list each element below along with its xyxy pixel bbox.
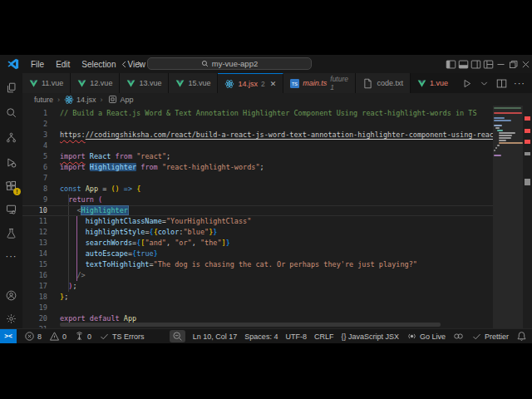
activity-extensions[interactable]: ! bbox=[0, 175, 22, 196]
tab-12-vue[interactable]: 12.vue bbox=[71, 73, 120, 93]
line-number: 15 bbox=[22, 259, 47, 270]
horizontal-scrollbar[interactable] bbox=[60, 323, 441, 327]
breadcrumb[interactable]: future›14.jsx›App bbox=[22, 93, 532, 106]
line-number: 5 bbox=[22, 151, 47, 162]
search-text: my-vue-app2 bbox=[212, 59, 258, 68]
tab-label: 13.vue bbox=[139, 79, 161, 87]
bell-icon bbox=[516, 331, 527, 342]
cursor-position[interactable]: Ln 10, Col 17 bbox=[193, 332, 238, 341]
tab-close-button[interactable]: ✕ bbox=[270, 80, 277, 88]
zoomout-icon bbox=[172, 331, 183, 342]
code-line-19[interactable]: 19 bbox=[22, 303, 532, 313]
toggle-secondary-sidebar-button[interactable] bbox=[470, 55, 482, 73]
line-text: <Highlighter bbox=[60, 205, 129, 216]
code-line-13[interactable]: 13 searchWords={["and", "or", "the"]} bbox=[22, 238, 532, 249]
split-editor-button[interactable] bbox=[496, 78, 507, 89]
tab-11-vue[interactable]: 11.vue bbox=[22, 73, 71, 93]
warning-count[interactable]: 0 bbox=[49, 331, 66, 342]
zoom-indicator[interactable] bbox=[170, 330, 185, 342]
code-line-12[interactable]: 12 highlightStyle={{color:"blue"}} bbox=[22, 227, 532, 238]
breadcrumb-future[interactable]: future bbox=[34, 96, 53, 104]
line-text: return ( bbox=[60, 195, 102, 205]
tower-icon bbox=[74, 331, 85, 342]
breadcrumb-label: future bbox=[34, 96, 53, 104]
run-icon bbox=[461, 78, 472, 89]
code-line-10[interactable]: 10 <Highlighter bbox=[22, 205, 532, 216]
code-line-7[interactable]: 7 bbox=[22, 173, 532, 184]
tab-14-jsx[interactable]: 14.jsx2✕ bbox=[218, 73, 283, 93]
customize-layout-button[interactable] bbox=[482, 55, 495, 73]
code-line-18[interactable]: 18}; bbox=[22, 292, 532, 303]
eol[interactable]: CRLF bbox=[314, 332, 334, 341]
run-dropdown[interactable] bbox=[479, 78, 490, 89]
activity-settings[interactable] bbox=[0, 308, 22, 329]
close-button[interactable] bbox=[520, 55, 532, 73]
tab-main-ts[interactable]: TSmain.tsfuture 1 bbox=[283, 73, 356, 93]
line-text: ); bbox=[60, 281, 77, 292]
command-center-search[interactable]: my-vue-app2 bbox=[147, 57, 312, 70]
tab-15-vue[interactable]: 15.vue bbox=[169, 73, 218, 93]
code-line-17[interactable]: 17 ); bbox=[22, 281, 532, 292]
activity-source-control[interactable] bbox=[0, 126, 22, 148]
code-line-14[interactable]: 14 autoEscape={true} bbox=[22, 249, 532, 259]
ts-errors[interactable]: TS Errors bbox=[99, 331, 145, 342]
code-line-4[interactable]: 4 bbox=[22, 140, 532, 151]
activity-explorer[interactable] bbox=[0, 76, 22, 98]
code-line-16[interactable]: 16 /> bbox=[22, 270, 532, 281]
more-actions-button[interactable]: ··· bbox=[514, 78, 525, 88]
line-text: // Build a React.js Word & Text Annotati… bbox=[60, 108, 477, 119]
activity-more[interactable]: ··· bbox=[0, 245, 22, 267]
code-line-3[interactable]: 3https://codingshiksha.com/react/build-a… bbox=[22, 130, 532, 140]
activity-search[interactable] bbox=[0, 101, 22, 123]
code-line-9[interactable]: 9 return ( bbox=[22, 195, 532, 205]
error-count[interactable]: 8 bbox=[24, 331, 42, 342]
code-line-11[interactable]: 11 highlightClassName="YourHighlightClas… bbox=[22, 216, 532, 227]
breadcrumb-app[interactable]: App bbox=[107, 94, 134, 105]
activity-testing[interactable] bbox=[0, 222, 22, 244]
notifications[interactable] bbox=[516, 331, 527, 342]
activity-account[interactable] bbox=[0, 284, 22, 306]
code-line-8[interactable]: 8const App = () => { bbox=[22, 184, 532, 195]
minimize-button[interactable] bbox=[495, 55, 507, 73]
code-line-1[interactable]: 1// Build a React.js Word & Text Annotat… bbox=[22, 108, 532, 119]
line-number: 16 bbox=[22, 270, 47, 281]
tab-1-vue[interactable]: 1.vue bbox=[411, 73, 455, 93]
toggle-panel-button[interactable] bbox=[457, 55, 470, 73]
activity-run-debug[interactable] bbox=[0, 151, 22, 173]
restore-icon bbox=[508, 59, 519, 70]
language-mode[interactable]: {} JavaScript JSX bbox=[341, 332, 399, 341]
more-icon: ··· bbox=[514, 78, 525, 88]
restore-button[interactable] bbox=[507, 55, 520, 73]
tab-code-txt[interactable]: code.txt bbox=[356, 73, 411, 93]
error-count-label: 8 bbox=[37, 332, 42, 341]
menu-selection[interactable]: Selection bbox=[76, 60, 121, 69]
nav-back-button[interactable] bbox=[117, 57, 131, 71]
go-live[interactable]: Go Live bbox=[406, 331, 446, 342]
extension-indicator[interactable] bbox=[453, 331, 464, 342]
code-line-15[interactable]: 15 textToHighlight="The dog is chasing t… bbox=[22, 259, 532, 270]
toggle-sidebar-button[interactable] bbox=[445, 55, 457, 73]
menu-file[interactable]: File bbox=[25, 60, 50, 69]
indentation[interactable]: Spaces: 4 bbox=[244, 332, 278, 341]
line-text: const App = () => { bbox=[60, 184, 140, 195]
breadcrumb-14-jsx[interactable]: 14.jsx bbox=[64, 95, 96, 105]
code-line-6[interactable]: 6import Highlighter from "react-highligh… bbox=[22, 162, 532, 173]
activity-remote-explorer[interactable] bbox=[0, 198, 22, 219]
line-number: 14 bbox=[22, 249, 47, 259]
prettier[interactable]: Prettier bbox=[471, 331, 509, 342]
nav-forward-button[interactable] bbox=[132, 57, 145, 71]
encoding[interactable]: UTF-8 bbox=[285, 332, 307, 341]
ruler-mark bbox=[525, 152, 530, 155]
code-line-5[interactable]: 5import React from "react"; bbox=[22, 151, 532, 162]
menu-edit[interactable]: Edit bbox=[50, 60, 76, 69]
code-line-2[interactable]: 2 bbox=[22, 119, 532, 130]
tab-13-vue[interactable]: 13.vue bbox=[120, 73, 169, 93]
run-button[interactable] bbox=[461, 78, 472, 89]
golive-icon bbox=[406, 331, 417, 342]
ruler-mark bbox=[525, 116, 530, 121]
ports[interactable]: 0 bbox=[74, 331, 91, 342]
code-editor[interactable]: 1// Build a React.js Word & Text Annotat… bbox=[22, 106, 532, 328]
remote-indicator[interactable]: >< bbox=[0, 329, 17, 343]
minimap[interactable] bbox=[493, 106, 523, 328]
tab-label: 14.jsx bbox=[238, 80, 258, 88]
